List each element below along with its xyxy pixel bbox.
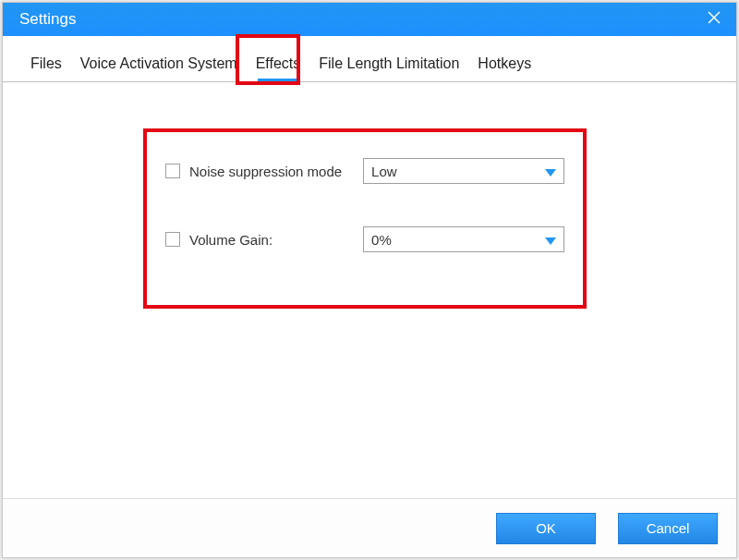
chevron-down-icon [545, 232, 556, 248]
volume-gain-label: Volume Gain: [189, 232, 363, 248]
volume-gain-row: Volume Gain: 0% [165, 226, 564, 252]
tab-effects[interactable]: Effects [247, 43, 310, 81]
noise-suppression-checkbox[interactable] [165, 164, 180, 178]
close-icon [708, 10, 721, 29]
volume-gain-select[interactable]: 0% [363, 226, 564, 252]
noise-suppression-label: Noise suppression mode [189, 164, 363, 179]
tab-file-length-limitation[interactable]: File Length Limitation [309, 43, 468, 81]
volume-gain-value: 0% [371, 232, 392, 248]
noise-suppression-row: Noise suppression mode Low [165, 158, 564, 184]
tab-hotkeys[interactable]: Hotkeys [468, 43, 540, 81]
tab-files[interactable]: Files [21, 43, 71, 81]
footer: OK Cancel [3, 498, 736, 557]
ok-button[interactable]: OK [496, 513, 596, 544]
settings-window: Settings Files Voice Activation System E… [2, 2, 737, 558]
tab-voice-activation-system[interactable]: Voice Activation System [71, 43, 247, 81]
svg-marker-2 [545, 169, 556, 177]
noise-suppression-value: Low [371, 164, 397, 179]
noise-suppression-select[interactable]: Low [363, 158, 564, 184]
annotation-panel-highlight: Noise suppression mode Low Volume Gain: … [143, 128, 587, 309]
close-button[interactable] [692, 3, 736, 36]
volume-gain-checkbox[interactable] [165, 232, 180, 247]
cancel-button[interactable]: Cancel [618, 513, 718, 544]
chevron-down-icon [545, 164, 556, 179]
window-title: Settings [19, 10, 692, 29]
titlebar: Settings [3, 3, 736, 36]
svg-marker-3 [545, 237, 556, 245]
tabs: Files Voice Activation System Effects Fi… [3, 36, 736, 82]
content-area: Noise suppression mode Low Volume Gain: … [3, 82, 736, 498]
